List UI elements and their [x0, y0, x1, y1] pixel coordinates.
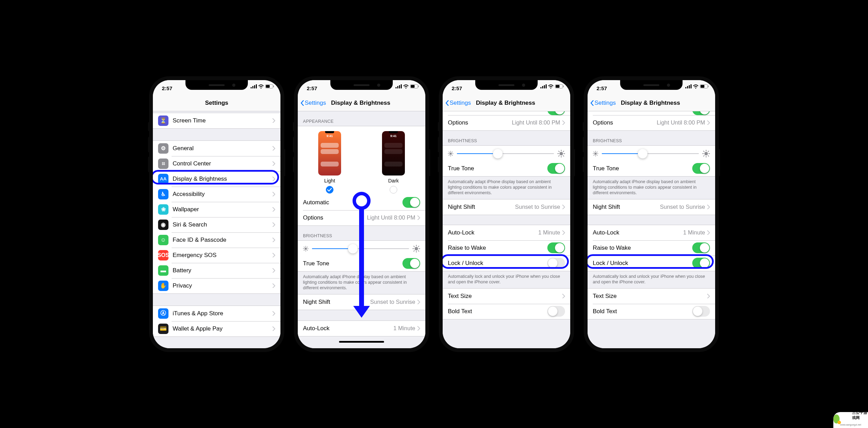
watermark-logo	[833, 414, 840, 423]
text-size-row[interactable]: Text Size	[443, 289, 570, 304]
dark-radio[interactable]	[390, 186, 397, 194]
settings-row-control-center[interactable]: ⌗Control Center	[153, 156, 280, 171]
chevron-right-icon	[417, 300, 420, 304]
status-time: 2:57	[452, 85, 462, 91]
phone-1: 2:57 Settings ⏳Screen Time⚙︎General⌗Cont…	[149, 76, 284, 352]
settings-row-label: Siri & Search	[173, 221, 270, 228]
automatic-toggle[interactable]	[402, 197, 420, 208]
settings-row-label: Accessibility	[173, 191, 270, 198]
back-button[interactable]: Settings	[588, 100, 616, 106]
brightness-thumb[interactable]	[348, 244, 358, 254]
brightness-slider[interactable]	[457, 153, 554, 154]
brightness-slider-row	[443, 146, 570, 161]
settings-row-faceid[interactable]: ☺Face ID & Passcode	[153, 232, 280, 248]
true-tone-toggle[interactable]	[547, 163, 565, 174]
autolock-row[interactable]: Auto-Lock 1 Minute	[443, 225, 570, 240]
settings-row-display-brightness[interactable]: AADisplay & Brightness	[153, 171, 280, 187]
true-tone-row[interactable]: True Tone	[443, 161, 570, 176]
text-size-row[interactable]: Text Size	[588, 289, 715, 304]
bold-text-toggle[interactable]	[547, 306, 565, 317]
true-tone-row[interactable]: True Tone	[588, 161, 715, 176]
sos-icon: SOS	[158, 250, 168, 260]
brightness-thumb[interactable]	[638, 149, 648, 159]
raise-to-wake-row[interactable]: Raise to Wake	[443, 240, 570, 256]
settings-row-general[interactable]: ⚙︎General	[153, 141, 280, 156]
true-tone-toggle[interactable]	[692, 163, 710, 174]
light-preview-thumb: 9:41	[318, 131, 341, 176]
night-shift-row[interactable]: Night Shift Sunset to Sunrise	[298, 294, 425, 310]
settings-row-sos[interactable]: SOSEmergency SOS	[153, 248, 280, 263]
raise-to-wake-toggle[interactable]	[692, 242, 710, 253]
lock-unlock-row[interactable]: Lock / Unlock	[588, 256, 715, 271]
settings-list[interactable]: ⏳Screen Time⚙︎General⌗Control CenterAADi…	[153, 111, 280, 348]
chevron-right-icon	[707, 294, 710, 298]
dark-preview-thumb: 9:41	[382, 131, 405, 176]
bold-text-toggle[interactable]	[692, 306, 710, 317]
sun-bright-icon	[413, 245, 420, 252]
display-brightness-list[interactable]: Options Light Until 8:00 PM BRIGHTNESS T…	[588, 111, 715, 348]
bold-text-row[interactable]: Bold Text	[588, 304, 715, 319]
settings-row-label: General	[173, 145, 270, 152]
automatic-row[interactable]: Automatic	[298, 195, 425, 210]
options-row[interactable]: Options Light Until 8:00 PM	[298, 210, 425, 225]
wifi-icon	[258, 84, 264, 89]
night-shift-row[interactable]: Night Shift Sunset to Sunrise	[588, 199, 715, 215]
chevron-right-icon	[272, 222, 275, 227]
appearance-light-option[interactable]: 9:41 Light	[318, 131, 341, 194]
display-brightness-list[interactable]: APPEARANCE 9:41 Light	[298, 111, 425, 348]
brightness-slider[interactable]	[602, 153, 699, 154]
nav-bar: Settings Display & Brightness	[588, 95, 715, 111]
automatic-toggle[interactable]	[692, 111, 710, 115]
night-shift-row[interactable]: Night Shift Sunset to Sunrise	[443, 199, 570, 215]
chevron-right-icon	[417, 215, 420, 220]
bold-text-row[interactable]: Bold Text	[443, 304, 570, 319]
raise-to-wake-row[interactable]: Raise to Wake	[588, 240, 715, 256]
settings-row-itunes[interactable]: ⒶiTunes & App Store	[153, 306, 280, 321]
chevron-right-icon	[272, 253, 275, 257]
automatic-toggle[interactable]	[547, 111, 565, 115]
true-tone-row[interactable]: True Tone	[298, 256, 425, 271]
cellular-icon	[396, 84, 402, 88]
appearance-dark-option[interactable]: 9:41 Dark	[382, 131, 405, 194]
control-center-icon: ⌗	[158, 159, 168, 169]
settings-row-label: Control Center	[173, 160, 270, 167]
battery-icon	[265, 84, 274, 88]
settings-row-battery[interactable]: ▬Battery	[153, 263, 280, 278]
settings-row-label: Wallpaper	[173, 206, 270, 213]
faceid-icon: ☺	[158, 235, 168, 245]
true-tone-toggle[interactable]	[402, 258, 420, 269]
settings-row-wallpaper[interactable]: ❀Wallpaper	[153, 202, 280, 217]
itunes-icon: Ⓐ	[158, 308, 168, 319]
siri-icon: ◉	[158, 220, 168, 230]
lock-unlock-toggle[interactable]	[692, 258, 710, 268]
lock-unlock-row[interactable]: Lock / Unlock	[443, 256, 570, 271]
automatic-row-peek[interactable]	[443, 111, 570, 115]
autolock-row[interactable]: Auto-Lock 1 Minute	[298, 321, 425, 336]
wifi-icon	[548, 84, 554, 89]
settings-row-label: Screen Time	[173, 117, 270, 124]
display-brightness-list[interactable]: Options Light Until 8:00 PM BRIGHTNESS T…	[443, 111, 570, 348]
options-row[interactable]: Options Light Until 8:00 PM	[443, 115, 570, 130]
settings-row-accessibility[interactable]: ♿︎Accessibility	[153, 187, 280, 202]
sun-dim-icon	[593, 151, 598, 156]
brightness-slider[interactable]	[312, 248, 409, 249]
brightness-thumb[interactable]	[493, 149, 503, 159]
options-row[interactable]: Options Light Until 8:00 PM	[588, 115, 715, 130]
back-button[interactable]: Settings	[443, 100, 471, 106]
raise-to-wake-toggle[interactable]	[547, 242, 565, 253]
brightness-slider-row	[298, 241, 425, 256]
wallet-icon: 💳	[158, 324, 168, 334]
settings-row-screen-time[interactable]: ⏳Screen Time	[153, 113, 280, 128]
phone-3: 2:57 Settings Display & Brightness	[439, 76, 574, 352]
automatic-row-peek[interactable]	[588, 111, 715, 115]
settings-row-wallet[interactable]: 💳Wallet & Apple Pay	[153, 321, 280, 336]
back-label: Settings	[450, 100, 471, 106]
nav-bar: Settings	[153, 95, 280, 111]
cellular-icon	[540, 84, 547, 88]
settings-row-privacy[interactable]: ✋Privacy	[153, 278, 280, 293]
light-radio[interactable]	[326, 186, 333, 194]
autolock-row[interactable]: Auto-Lock 1 Minute	[588, 225, 715, 240]
back-button[interactable]: Settings	[298, 100, 326, 106]
settings-row-siri[interactable]: ◉Siri & Search	[153, 217, 280, 232]
lock-unlock-toggle[interactable]	[547, 258, 565, 268]
